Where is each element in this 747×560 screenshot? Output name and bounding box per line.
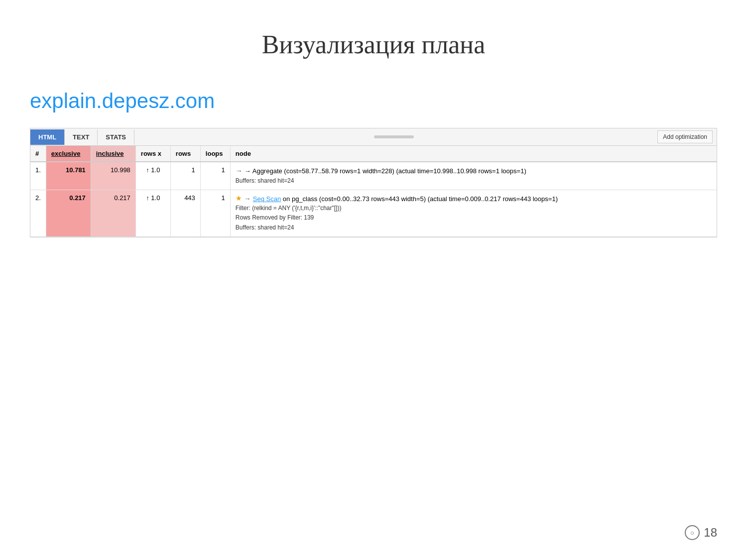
node-line-1: → → Aggregate (cost=58.77..58.79 rows=1 … bbox=[236, 166, 712, 176]
node-subline-2-2: Buffers: shared hit=24 bbox=[236, 223, 712, 232]
node-subline-1-0: Buffers: shared hit=24 bbox=[236, 176, 712, 186]
subtitle-area: explain.depesz.com bbox=[0, 79, 747, 128]
cell-row2-loops: 1 bbox=[200, 190, 230, 236]
col-header-hash: # bbox=[30, 146, 46, 162]
tab-stats[interactable]: STATS bbox=[98, 129, 134, 145]
col-header-exclusive: exclusive bbox=[46, 146, 91, 162]
col-header-loops: loops bbox=[200, 146, 230, 162]
cell-row1-rowsx: ↑ 1.0 bbox=[135, 162, 170, 190]
col-header-node: node bbox=[230, 146, 717, 162]
cell-row1-num: 1. bbox=[30, 162, 46, 190]
page-title: Визуализация плана bbox=[0, 0, 747, 79]
cell-row2-node: ★ → Seq Scan on pg_class (cost=0.00..32.… bbox=[230, 190, 717, 236]
table-row: 1. 10.781 10.998 ↑ 1.0 1 1 bbox=[30, 162, 717, 190]
node-subline-2-0: Filter: (relkind = ANY ('{r,t,m,i}'::"ch… bbox=[236, 204, 712, 213]
scroll-indicator bbox=[374, 135, 414, 138]
cell-row1-exclusive: 10.781 bbox=[46, 162, 91, 190]
tab-bar: HTML TEXT STATS Add optimization bbox=[30, 128, 717, 146]
col-header-inclusive: inclusive bbox=[91, 146, 135, 162]
page-number: 18 bbox=[704, 526, 717, 540]
main-table-container: HTML TEXT STATS Add optimization # exclu… bbox=[30, 128, 717, 237]
node-subline-2-1: Rows Removed by Filter: 139 bbox=[236, 213, 712, 223]
star-icon-2: ★ bbox=[236, 194, 242, 202]
cell-row2-inclusive: 0.217 bbox=[91, 190, 135, 236]
arrow-icon-2: → bbox=[244, 195, 251, 203]
cell-row1-rows: 1 bbox=[170, 162, 200, 190]
cell-row2-exclusive: 0.217 bbox=[46, 190, 91, 236]
tab-spacer bbox=[134, 135, 653, 138]
cell-row2-rowsx: ↑ 1.0 bbox=[135, 190, 170, 236]
cell-row1-inclusive: 10.998 bbox=[91, 162, 135, 190]
explain-link[interactable]: explain.depesz.com bbox=[30, 89, 215, 112]
add-optimization-button[interactable]: Add optimization bbox=[657, 130, 713, 143]
seq-scan-link[interactable]: Seq Scan bbox=[253, 195, 281, 203]
plan-table: # exclusive inclusive rows x rows loops bbox=[30, 146, 717, 237]
table-row: 2. 0.217 0.217 ↑ 1.0 443 1 bbox=[30, 190, 717, 236]
page-circle-icon: ○ bbox=[685, 525, 700, 540]
tab-text[interactable]: TEXT bbox=[65, 129, 98, 145]
node-line-2: ★ → Seq Scan on pg_class (cost=0.00..32.… bbox=[236, 194, 712, 204]
col-header-rowsx: rows x bbox=[135, 146, 170, 162]
table-header-row: # exclusive inclusive rows x rows loops bbox=[30, 146, 717, 162]
tab-html[interactable]: HTML bbox=[30, 129, 65, 145]
cell-row2-num: 2. bbox=[30, 190, 46, 236]
cell-row1-loops: 1 bbox=[200, 162, 230, 190]
arrow-icon-1: → bbox=[236, 167, 243, 175]
page-number-area: ○ 18 bbox=[685, 525, 717, 540]
cell-row2-rows: 443 bbox=[170, 190, 200, 236]
cell-row1-node: → → Aggregate (cost=58.77..58.79 rows=1 … bbox=[230, 162, 717, 190]
col-header-rows: rows bbox=[170, 146, 200, 162]
